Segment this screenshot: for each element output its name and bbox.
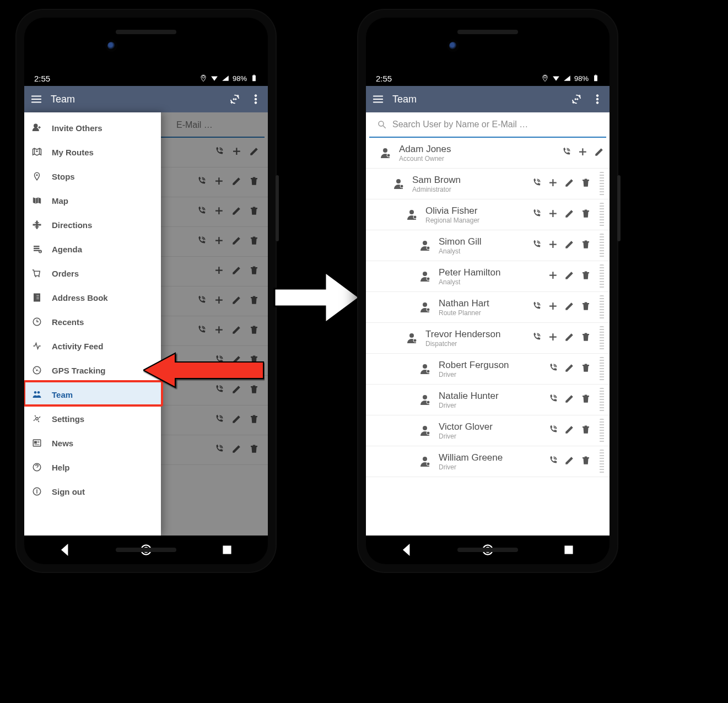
menu-button[interactable] xyxy=(371,93,385,106)
svg-point-53 xyxy=(423,395,427,399)
call-button[interactable] xyxy=(548,425,558,437)
team-row[interactable]: Nathan HartRoute Planner xyxy=(366,292,610,323)
call-button[interactable] xyxy=(531,178,541,190)
nav-back[interactable] xyxy=(400,543,414,557)
drawer-item-help[interactable]: Help xyxy=(24,455,161,479)
drawer-item-news[interactable]: News xyxy=(24,431,161,455)
delete-button[interactable] xyxy=(581,240,591,252)
user-name: Trevor Henderson xyxy=(425,329,526,340)
phone-left: 2:55 98% Team xyxy=(17,10,276,572)
edit-button[interactable] xyxy=(564,456,574,468)
edit-button[interactable] xyxy=(564,178,574,190)
add-button[interactable] xyxy=(548,240,558,252)
user-name: Simon Gill xyxy=(439,236,526,247)
add-button[interactable] xyxy=(548,301,558,313)
drag-handle[interactable] xyxy=(600,357,604,381)
call-button[interactable] xyxy=(531,209,541,221)
delete-button[interactable] xyxy=(581,209,591,221)
drag-handle[interactable] xyxy=(600,203,604,226)
add-button[interactable] xyxy=(548,209,558,221)
edit-button[interactable] xyxy=(564,425,574,437)
drawer-item-orders[interactable]: Orders xyxy=(24,261,161,285)
drawer-item-address-book[interactable]: Address Book xyxy=(24,285,161,310)
drag-handle[interactable] xyxy=(600,234,604,257)
delete-button[interactable] xyxy=(581,425,591,437)
call-button[interactable] xyxy=(531,332,541,344)
delete-button[interactable] xyxy=(581,456,591,468)
sync-button[interactable] xyxy=(570,93,583,106)
overflow-button[interactable] xyxy=(591,93,604,106)
role-icon xyxy=(417,455,433,468)
edit-button[interactable] xyxy=(564,394,574,406)
call-button[interactable] xyxy=(548,456,558,468)
edit-button[interactable] xyxy=(564,240,574,252)
battery-percent: 98% xyxy=(574,74,589,83)
drawer-item-agenda[interactable]: Agenda xyxy=(24,237,161,261)
drag-handle[interactable] xyxy=(600,295,604,319)
drawer-item-map[interactable]: Map xyxy=(24,188,161,213)
add-button[interactable] xyxy=(578,147,587,159)
drawer-item-recents[interactable]: Recents xyxy=(24,310,161,334)
add-button[interactable] xyxy=(548,332,558,344)
delete-button[interactable] xyxy=(581,301,591,313)
search-input[interactable]: Search User by Name or E-Mail … xyxy=(369,112,606,138)
drawer-item-gps-tracking[interactable]: GPS Tracking xyxy=(24,358,161,382)
team-row[interactable]: Olivia FisherRegional Manager xyxy=(366,199,610,230)
team-row[interactable]: Sam BrownAdministrator xyxy=(366,169,610,199)
team-row[interactable]: Natalie HunterDriver xyxy=(366,385,610,415)
add-button[interactable] xyxy=(548,178,558,190)
delete-button[interactable] xyxy=(581,332,591,344)
nav-back[interactable] xyxy=(58,543,72,557)
edit-button[interactable] xyxy=(564,332,574,344)
drawer-item-label: Recents xyxy=(52,317,84,327)
drawer-item-icon xyxy=(32,390,42,399)
menu-button[interactable] xyxy=(30,93,43,106)
appbar-title: Team xyxy=(51,94,220,105)
drawer-item-sign-out[interactable]: Sign out xyxy=(24,479,161,504)
drag-handle[interactable] xyxy=(600,450,604,473)
drag-handle[interactable] xyxy=(600,326,604,350)
drag-handle[interactable] xyxy=(600,264,604,288)
team-list[interactable]: Adam JonesAccount OwnerSam BrownAdminist… xyxy=(366,138,610,536)
drawer-item-label: Directions xyxy=(52,220,92,230)
call-button[interactable] xyxy=(531,240,541,252)
team-row[interactable]: Peter HamiltonAnalyst xyxy=(366,261,610,292)
edit-button[interactable] xyxy=(564,271,574,283)
overflow-button[interactable] xyxy=(249,93,262,106)
drawer-item-team[interactable]: Team xyxy=(24,382,161,407)
drawer-item-settings[interactable]: Settings xyxy=(24,407,161,431)
delete-button[interactable] xyxy=(581,363,591,375)
team-row[interactable]: Trevor HendersonDispatcher xyxy=(366,323,610,354)
add-button[interactable] xyxy=(548,271,558,283)
drawer-item-my-routes[interactable]: My Routes xyxy=(24,140,161,164)
call-button[interactable] xyxy=(548,394,558,406)
drawer-item-label: News xyxy=(52,439,73,448)
drawer-item-invite-others[interactable]: Invite Others xyxy=(24,116,161,140)
delete-button[interactable] xyxy=(581,178,591,190)
drawer-item-directions[interactable]: Directions xyxy=(24,213,161,237)
team-row[interactable]: William GreeneDriver xyxy=(366,446,610,477)
sync-button[interactable] xyxy=(228,93,241,106)
team-row[interactable]: Adam JonesAccount Owner xyxy=(366,138,610,169)
edit-button[interactable] xyxy=(594,147,604,159)
nav-recent[interactable] xyxy=(220,543,234,557)
team-row[interactable]: Victor GloverDriver xyxy=(366,415,610,446)
drag-handle[interactable] xyxy=(600,388,604,412)
delete-button[interactable] xyxy=(581,394,591,406)
call-button[interactable] xyxy=(531,301,541,313)
svg-point-47 xyxy=(423,302,427,307)
drawer-item-stops[interactable]: Stops xyxy=(24,164,161,188)
edit-button[interactable] xyxy=(564,209,574,221)
nav-recent[interactable] xyxy=(562,543,576,557)
delete-button[interactable] xyxy=(581,271,591,283)
team-row[interactable]: Robert FergusonDriver xyxy=(366,354,610,385)
call-button[interactable] xyxy=(548,363,558,375)
edit-button[interactable] xyxy=(564,363,574,375)
call-button[interactable] xyxy=(561,147,571,159)
team-row[interactable]: Simon GillAnalyst xyxy=(366,230,610,261)
drag-handle[interactable] xyxy=(600,172,604,196)
drag-handle[interactable] xyxy=(600,419,604,442)
battery-icon xyxy=(250,74,258,82)
edit-button[interactable] xyxy=(564,301,574,313)
drawer-item-activity-feed[interactable]: Activity Feed xyxy=(24,334,161,358)
